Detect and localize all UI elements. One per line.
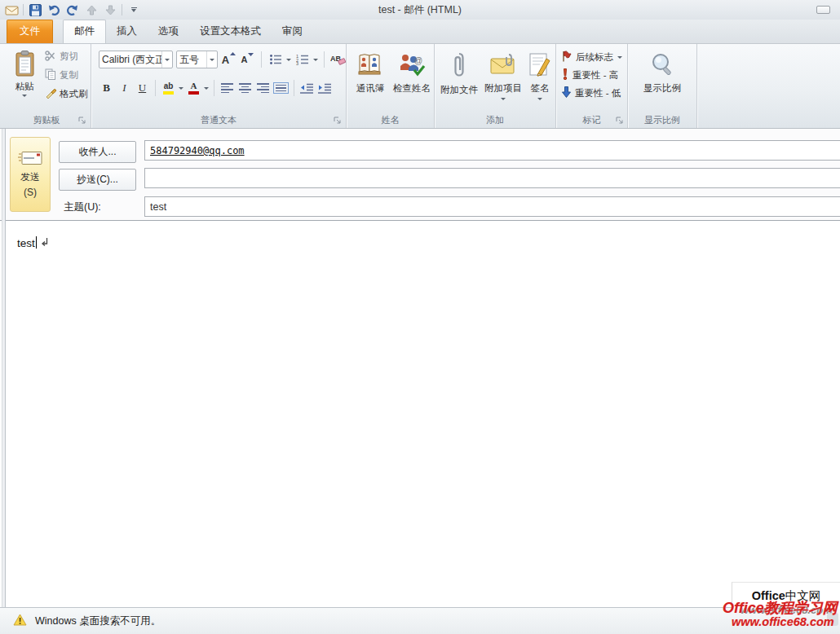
increase-indent-button[interactable] xyxy=(317,80,333,96)
high-importance-icon xyxy=(562,68,568,82)
body-text: test xyxy=(17,237,35,249)
zoom-button[interactable]: 显示比例 xyxy=(639,48,685,113)
clipboard-dialog-launcher[interactable] xyxy=(78,117,87,125)
font-name-value: Calibri (西文正文 xyxy=(99,53,161,67)
address-book-button[interactable]: 通讯簿 xyxy=(351,48,390,113)
address-book-label: 通讯簿 xyxy=(356,82,385,95)
clear-formatting-button[interactable]: AB xyxy=(330,51,346,68)
svg-text:@: @ xyxy=(414,56,422,65)
tab-format-text[interactable]: 设置文本格式 xyxy=(189,20,272,43)
attach-file-button[interactable]: 附加文件 xyxy=(438,48,480,113)
distribute-button[interactable] xyxy=(273,80,289,96)
ribbon-tab-row: 文件 邮件 插入 选项 设置文本格式 审阅 xyxy=(0,20,840,43)
flag-icon xyxy=(562,51,572,64)
high-importance-button[interactable]: 重要性 - 高 xyxy=(562,68,618,82)
numbering-button[interactable]: 123 xyxy=(294,51,310,68)
paste-label: 粘贴 xyxy=(15,81,34,93)
check-names-icon: @ xyxy=(398,52,426,79)
send-button[interactable]: 发送 (S) xyxy=(10,137,51,212)
to-field[interactable]: 584792940@qq.com xyxy=(144,140,840,161)
message-header: 发送 (S) 收件人... 584792940@qq.com 抄送(C)... … xyxy=(0,129,840,220)
bullets-dropdown-caret[interactable] xyxy=(286,59,291,61)
magnifier-icon xyxy=(650,52,674,79)
send-envelope-icon xyxy=(18,151,42,168)
status-bar: Windows 桌面搜索不可用。 xyxy=(0,607,840,634)
bold-button[interactable]: B xyxy=(99,80,114,96)
warning-icon xyxy=(13,614,27,628)
highlight-dropdown-caret[interactable] xyxy=(179,87,183,90)
shrink-font-button[interactable]: A xyxy=(240,51,255,68)
clipboard-icon xyxy=(14,51,36,79)
signature-icon xyxy=(528,52,551,79)
group-include: 附加文件 附加项目 签名 添加 xyxy=(435,44,556,128)
clipboard-group-label: 剪贴板 xyxy=(2,114,91,126)
decrease-indent-button[interactable] xyxy=(299,80,315,96)
address-book-icon xyxy=(357,52,383,79)
to-button[interactable]: 收件人... xyxy=(59,141,136,163)
high-importance-label: 重要性 - 高 xyxy=(573,69,618,81)
tab-review[interactable]: 审阅 xyxy=(272,20,313,43)
cut-button[interactable]: 剪切 xyxy=(45,50,88,64)
tab-insert[interactable]: 插入 xyxy=(106,20,148,43)
tab-options[interactable]: 选项 xyxy=(148,20,189,43)
follow-up-label: 后续标志 xyxy=(576,51,613,64)
follow-up-dropdown-caret xyxy=(617,56,622,59)
font-color-dropdown-caret[interactable] xyxy=(204,87,209,90)
tags-dialog-launcher[interactable] xyxy=(616,117,625,125)
format-painter-button[interactable]: 格式刷 xyxy=(45,87,88,101)
attach-item-label: 附加项目 xyxy=(484,82,522,95)
highlight-button[interactable]: ab xyxy=(161,80,176,96)
grow-font-button[interactable]: A xyxy=(221,51,237,68)
zoom-button-label: 显示比例 xyxy=(643,82,681,95)
subject-label: 主题(U): xyxy=(64,200,101,214)
font-size-value: 五号 xyxy=(177,53,206,67)
low-importance-button[interactable]: 重要性 - 低 xyxy=(562,86,621,100)
cc-field[interactable] xyxy=(144,168,840,188)
minimize-button[interactable] xyxy=(816,6,830,14)
cc-button[interactable]: 抄送(C)... xyxy=(59,169,136,191)
signature-button[interactable]: 签名 xyxy=(526,48,554,113)
subject-value: test xyxy=(150,201,166,213)
low-importance-icon xyxy=(562,86,571,100)
message-body-editor[interactable]: test xyxy=(0,220,840,607)
font-size-combo[interactable]: 五号 xyxy=(176,51,218,68)
align-right-button[interactable] xyxy=(255,80,271,96)
include-group-label: 添加 xyxy=(435,114,555,126)
outlook-compose-window: test - 邮件 (HTML) 文件 邮件 插入 选项 设置文本格式 审阅 粘… xyxy=(0,0,840,634)
send-label: 发送 xyxy=(20,170,40,184)
status-message: Windows 桌面搜索不可用。 xyxy=(35,614,161,628)
svg-text:3: 3 xyxy=(296,61,298,65)
underline-button[interactable]: U xyxy=(135,80,150,96)
tab-message[interactable]: 邮件 xyxy=(63,20,106,44)
paste-button[interactable]: 粘贴 xyxy=(7,47,42,109)
scissors-icon xyxy=(45,51,56,64)
group-basic-text: Calibri (西文正文 五号 A A 123 xyxy=(91,44,347,128)
check-names-label: 检查姓名 xyxy=(393,82,431,95)
align-center-button[interactable] xyxy=(237,80,253,96)
numbering-dropdown-caret[interactable] xyxy=(313,59,318,61)
format-painter-icon xyxy=(45,87,56,101)
follow-up-button[interactable]: 后续标志 xyxy=(562,50,622,64)
attach-file-label: 附加文件 xyxy=(440,84,478,96)
font-name-combo[interactable]: Calibri (西文正文 xyxy=(99,51,173,68)
signature-label: 签名 xyxy=(531,82,550,95)
group-names: 通讯簿 @ 检查姓名 姓名 xyxy=(347,44,435,128)
check-names-button[interactable]: @ 检查姓名 xyxy=(391,48,432,113)
tab-file[interactable]: 文件 xyxy=(7,20,53,43)
copy-button[interactable]: 复制 xyxy=(45,68,88,82)
to-value: 584792940@qq.com xyxy=(150,145,245,156)
cut-label: 剪切 xyxy=(60,51,78,63)
send-key-label: (S) xyxy=(24,187,37,198)
basic-text-dialog-launcher[interactable] xyxy=(334,117,343,125)
font-name-dropdown-caret xyxy=(161,51,172,68)
low-importance-label: 重要性 - 低 xyxy=(575,87,621,99)
subject-field[interactable]: test xyxy=(144,196,840,217)
italic-button[interactable]: I xyxy=(117,80,132,96)
bullets-button[interactable] xyxy=(267,51,283,68)
paperclip-icon xyxy=(451,52,467,81)
attach-item-button[interactable]: 附加项目 xyxy=(482,48,524,113)
watermark-red-url: www.office68.com xyxy=(732,615,834,628)
font-color-button[interactable]: A xyxy=(186,80,201,96)
attach-item-icon xyxy=(489,52,517,79)
align-left-button[interactable] xyxy=(219,80,235,96)
